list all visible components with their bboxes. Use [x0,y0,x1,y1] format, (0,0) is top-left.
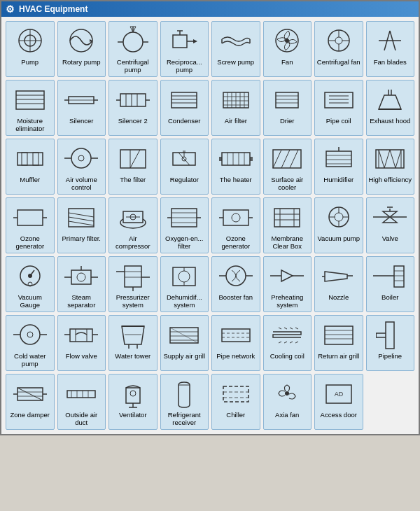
reciprocating-pump-label: Reciproca... pump [162,58,207,74]
cell-refrigerant-receiver[interactable]: Refrigerant receiver [160,374,209,430]
svg-point-155 [178,271,190,282]
window-title: HVAC Equipment [19,4,88,14]
cell-zone-damper[interactable]: Zone damper [6,374,55,430]
svg-rect-123 [274,209,300,227]
the-heater-label: The heater [220,176,252,183]
fan-blades-label: Fan blades [374,58,407,66]
cell-axia-fan[interactable]: Axia fan [263,374,312,430]
cell-nozzle[interactable]: Nozzle [314,256,363,312]
cell-ozone-generator-2[interactable]: Ozone generator [211,197,260,253]
cell-surface-air-cooler[interactable]: Surface air cooler [263,139,312,195]
cell-drier[interactable]: Drier [263,80,312,136]
cell-outside-air-duct[interactable]: Outside air duct [57,374,106,430]
svg-point-21 [335,37,342,44]
cell-oxygen-enriched-filter[interactable]: Oxygen-en... filter [160,197,209,253]
svg-rect-190 [222,329,250,342]
cell-moisture-eliminator[interactable]: Moisture eliminator [6,80,55,136]
pipe-network-label: Pipe network [216,352,255,360]
cell-chiller[interactable]: Chiller [211,374,260,430]
cell-primary-filter[interactable]: Primary filter. [57,197,106,253]
cell-fan-blades[interactable]: Fan blades [366,21,415,77]
cell-empty [366,374,415,430]
access-door-icon: AD [321,377,357,410]
cell-regulator[interactable]: Regulator [160,139,209,195]
nozzle-icon [321,260,357,292]
cell-valve[interactable]: Valve [366,197,415,253]
cell-rotary-pump[interactable]: Rotary pump [57,21,106,77]
cell-cold-water-pump[interactable]: Cold water pump [6,315,55,371]
cell-reciprocating-pump[interactable]: Reciproca... pump [160,21,209,77]
cell-boiler[interactable]: Boiler [366,256,415,312]
pipeline-icon [372,318,408,351]
zone-damper-icon [12,377,48,410]
cell-supply-air-grill[interactable]: Supply air grill [160,315,209,371]
cell-cooling-coil[interactable]: Cooling coil [263,315,312,371]
outside-air-duct-label: Outside air duct [59,411,104,427]
svg-rect-29 [16,91,44,109]
cell-exhaust-hood[interactable]: Exhaust hood [366,80,415,136]
silencer-2-icon [115,83,151,115]
fan-label: Fan [281,58,293,66]
pipeline-label: Pipeline [378,352,402,360]
vacuum-pump-icon [321,201,357,233]
cell-the-heater[interactable]: The heater [211,139,260,195]
cold-water-pump-label: Cold water pump [8,352,52,368]
cell-ozone-generator[interactable]: Ozone generator [6,197,55,253]
svg-line-202 [18,388,43,400]
cell-pump[interactable]: Pump [6,21,55,77]
steam-separator-label: Steam separator [59,293,104,309]
axia-fan-icon [269,377,305,410]
return-air-grill-icon [321,318,357,351]
cell-vacuum-gauge[interactable]: Vacuum Gauge [6,256,55,312]
zone-damper-label: Zone damper [10,411,50,419]
svg-line-93 [273,150,281,168]
svg-rect-200 [376,333,377,337]
chiller-icon [218,377,254,410]
cell-vacuum-pump[interactable]: Vacuum pump [314,197,363,253]
air-volume-control-icon [63,142,99,174]
svg-rect-175 [70,329,92,342]
svg-rect-81 [222,153,250,165]
cell-high-efficiency[interactable]: High efficiency [366,139,415,195]
air-filter-label: Air filter [225,117,247,125]
cell-preheating-system[interactable]: Preheating system [263,256,312,312]
cell-membrane-clear-box[interactable]: Membrane Clear Box [263,197,312,253]
cell-silencer-2[interactable]: Silencer 2 [108,80,158,136]
cell-air-volume-control[interactable]: Air volume control [57,139,106,195]
cell-access-door[interactable]: AD Access door [314,374,363,430]
cell-centrifugal-fan[interactable]: Centrifugal fan [314,21,363,77]
cell-fan[interactable]: Fan [263,21,312,77]
drier-icon [269,83,305,115]
cell-pipeline[interactable]: Pipeline [366,315,415,371]
pump-icon [12,24,48,57]
cell-ventilator[interactable]: Ventilator [108,374,158,430]
cell-humidifier[interactable]: Humidifier [314,139,363,195]
cell-air-filter[interactable]: Air filter [211,80,260,136]
dehumidifier-system-icon [166,260,202,292]
cell-screw-pump[interactable]: Screw pump [211,21,260,77]
booster-fan-icon [218,260,254,292]
silencer-label: Silencer [69,117,93,125]
regulator-icon [166,142,202,174]
cell-the-filter[interactable]: The filter [108,139,158,195]
cell-pipe-network[interactable]: Pipe network [211,315,260,371]
moisture-eliminator-label: Moisture eliminator [8,117,52,133]
cell-pressurizer-system[interactable]: Pressurizer system [108,256,158,312]
cell-steam-separator[interactable]: Steam separator [57,256,106,312]
icon-grid: Pump Rotary pump [1,17,419,434]
pump-label: Pump [21,58,38,66]
cell-air-compressor[interactable]: Air compressor [108,197,158,253]
screw-pump-icon [218,24,254,57]
cell-muffler[interactable]: Muffler [6,139,55,195]
cell-return-air-grill[interactable]: Return air grill [314,315,363,371]
cell-condenser[interactable]: Condenser [160,80,209,136]
svg-marker-136 [383,217,397,223]
cell-silencer[interactable]: Silencer [57,80,106,136]
cell-dehumidifier-system[interactable]: Dehumidif... system [160,256,209,312]
cell-booster-fan[interactable]: Booster fan [211,256,260,312]
cell-flow-valve[interactable]: Flow valve [57,315,106,371]
svg-rect-193 [325,326,353,344]
cell-water-tower[interactable]: Water tower [108,315,158,371]
cell-centrifugal-pump[interactable]: Centrifugal pump [108,21,158,77]
cell-pipe-coil[interactable]: Pipe coil [314,80,363,136]
